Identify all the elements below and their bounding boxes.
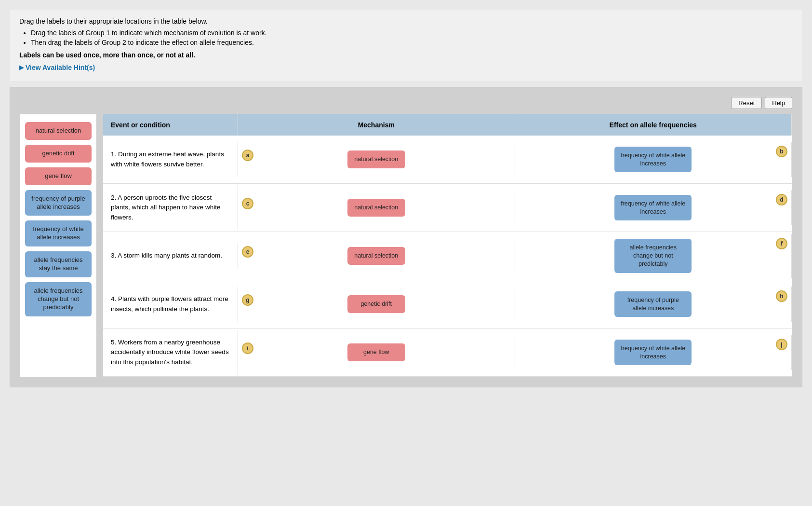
badge-a: a	[242, 150, 253, 161]
table-row-4: 4. Plants with purple flowers attract mo…	[103, 280, 792, 328]
effect-slot-4[interactable]: frequency of purple allele increases	[614, 291, 692, 317]
main-instruction: Drag the labels to their appropriate loc…	[19, 17, 793, 25]
top-buttons: Reset Help	[20, 97, 792, 109]
event-4: 4. Plants with purple flowers attract mo…	[103, 287, 238, 322]
reset-button[interactable]: Reset	[731, 97, 762, 109]
label-freq-white[interactable]: frequency of white allele increases	[25, 220, 92, 246]
mechanism-slot-1[interactable]: natural selection	[347, 150, 405, 168]
mechanism-slot-2[interactable]: natural selection	[347, 199, 405, 217]
effect-2[interactable]: d frequency of white allele increases	[515, 190, 792, 226]
table-row-2: 2. A person uproots the five closest pla…	[103, 184, 792, 232]
event-1: 1. During an extreme heat wave, plants w…	[103, 142, 238, 177]
event-2: 2. A person uproots the five closest pla…	[103, 185, 238, 230]
effect-slot-2[interactable]: frequency of white allele increases	[614, 195, 692, 221]
bullet1: Drag the labels of Group 1 to indicate w…	[31, 29, 793, 37]
effect-4[interactable]: h frequency of purple allele increases	[515, 287, 792, 322]
badge-j: j	[776, 339, 787, 350]
label-gene-flow[interactable]: gene flow	[25, 167, 92, 185]
badge-b: b	[776, 146, 787, 157]
label-allele-freq-stay[interactable]: allele frequencies stay the same	[25, 251, 92, 277]
hint-link[interactable]: View Available Hint(s)	[19, 64, 793, 71]
effect-slot-1[interactable]: frequency of white allele increases	[614, 147, 692, 173]
badge-h: h	[776, 290, 787, 302]
table-row-3: 3. A storm kills many plants at random. …	[103, 232, 792, 280]
effect-1[interactable]: b frequency of white allele increases	[515, 142, 792, 178]
table-area: Event or condition Mechanism Effect on a…	[103, 114, 792, 377]
table-header: Event or condition Mechanism Effect on a…	[103, 114, 792, 136]
mechanism-3[interactable]: e natural selection	[238, 242, 515, 270]
mechanism-slot-5[interactable]: gene flow	[347, 343, 405, 361]
badge-e: e	[242, 246, 253, 258]
label-allele-freq-change[interactable]: allele frequencies change but not predic…	[25, 282, 92, 316]
col-effect: Effect on allele frequencies	[515, 114, 792, 136]
table-row-5: 5. Workers from a nearby greenhouse acci…	[103, 328, 792, 377]
mechanism-slot-4[interactable]: genetic drift	[347, 295, 405, 313]
labels-note: Labels can be used once, more than once,…	[19, 51, 793, 59]
bullet2: Then drag the labels of Group 2 to indic…	[31, 39, 793, 46]
mechanism-1[interactable]: a natural selection	[238, 146, 515, 173]
effect-5[interactable]: j frequency of white allele increases	[515, 335, 792, 370]
event-5: 5. Workers from a nearby greenhouse acci…	[103, 330, 238, 375]
badge-d: d	[776, 194, 787, 205]
instructions-panel: Drag the labels to their appropriate loc…	[10, 10, 802, 81]
mechanism-2[interactable]: c natural selection	[238, 194, 515, 221]
label-freq-purple[interactable]: frequency of purple allele increases	[25, 190, 92, 216]
content-area: natural selection genetic drift gene flo…	[20, 114, 792, 377]
help-button[interactable]: Help	[765, 97, 792, 109]
effect-slot-5[interactable]: frequency of white allele increases	[614, 340, 692, 366]
badge-f: f	[776, 238, 787, 249]
col-event: Event or condition	[103, 114, 238, 136]
label-genetic-drift[interactable]: genetic drift	[25, 145, 92, 163]
event-3: 3. A storm kills many plants at random.	[103, 243, 238, 268]
table-row-1: 1. During an extreme heat wave, plants w…	[103, 136, 792, 184]
badge-i: i	[242, 342, 253, 354]
mechanism-5[interactable]: i gene flow	[238, 339, 515, 366]
badge-g: g	[242, 294, 253, 306]
label-natural-selection[interactable]: natural selection	[25, 122, 92, 140]
main-container: Reset Help natural selection genetic dri…	[10, 87, 802, 387]
col-mechanism: Mechanism	[238, 114, 515, 136]
mechanism-slot-3[interactable]: natural selection	[347, 247, 405, 265]
label-bank: natural selection genetic drift gene flo…	[20, 114, 97, 377]
mechanism-4[interactable]: g genetic drift	[238, 290, 515, 318]
effect-3[interactable]: f allele frequencies change but not pred…	[515, 234, 792, 278]
badge-c: c	[242, 198, 253, 209]
effect-slot-3[interactable]: allele frequencies change but not predic…	[614, 239, 692, 273]
